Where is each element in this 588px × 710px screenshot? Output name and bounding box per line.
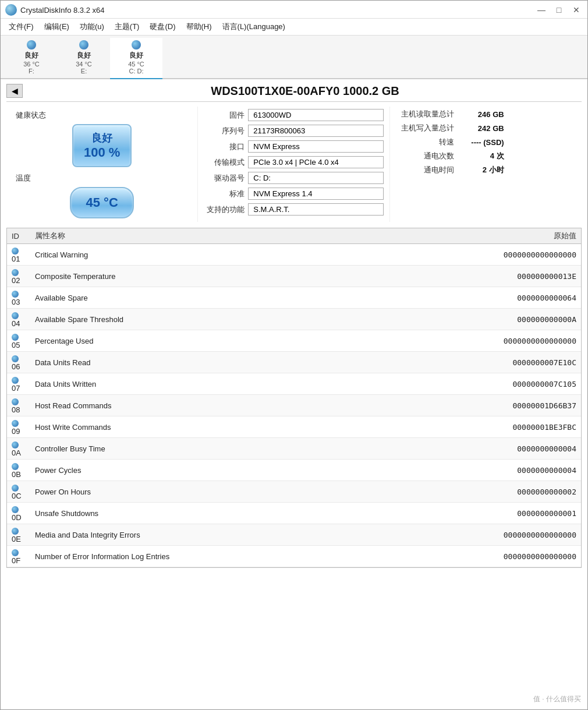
menu-help[interactable]: 帮助(H) xyxy=(182,20,217,34)
features-row: 支持的功能 S.M.A.R.T. xyxy=(204,203,383,216)
host-read-value: 246 GB xyxy=(458,110,504,119)
device-info-panel: 固件 613000WD 序列号 21173R800063 接口 NVM Expr… xyxy=(198,107,389,222)
host-write-value: 242 GB xyxy=(458,124,504,133)
menu-function[interactable]: 功能(u) xyxy=(75,20,109,34)
smart-id: 02 xyxy=(7,266,30,287)
rotation-row: 转速 ---- (SSD) xyxy=(396,137,576,147)
col-name: 属性名称 xyxy=(30,228,381,244)
status-dot xyxy=(12,398,19,405)
app-icon xyxy=(5,4,17,16)
col-raw: 原始值 xyxy=(381,228,581,244)
status-dot xyxy=(12,355,19,362)
smart-attr-name: Media and Data Integrity Errors xyxy=(30,524,381,546)
smart-raw-value: 0000000007C105 xyxy=(381,373,581,395)
status-dot xyxy=(12,528,19,535)
smart-table-row: 0AController Busy Time0000000000004 xyxy=(7,438,581,460)
status-dot xyxy=(12,506,19,513)
smart-raw-value: 000000000013E xyxy=(381,266,581,287)
status-dot xyxy=(12,312,19,319)
drive-tab-1[interactable]: 良好 34 °C E: xyxy=(58,38,110,79)
smart-attr-name: Data Units Written xyxy=(30,373,381,395)
power-on-hours-value: 2 小时 xyxy=(458,165,504,175)
window-controls: — □ ✕ xyxy=(535,5,583,15)
status-dot xyxy=(12,334,19,341)
host-write-label: 主机写入量总计 xyxy=(396,123,454,133)
info-grid: 健康状态 良好 100 % 温度 45 °C 固件 613000WD 序列号 xyxy=(6,107,582,222)
temp-label: 温度 xyxy=(16,173,31,183)
smart-raw-value: 000000000000A xyxy=(381,309,581,330)
menu-file[interactable]: 文件(F) xyxy=(4,20,38,34)
status-dot xyxy=(12,420,19,427)
standard-row: 标准 NVM Express 1.4 xyxy=(204,188,383,200)
drive-letter-row: 驱动器号 C: D: xyxy=(204,172,383,184)
host-write-row: 主机写入量总计 242 GB xyxy=(396,123,576,133)
smart-table-row: 04Available Spare Threshold000000000000A xyxy=(7,309,581,330)
smart-id: 0E xyxy=(7,524,30,546)
smart-raw-value: 0000000000000000 xyxy=(381,244,581,266)
smart-attr-name: Available Spare xyxy=(30,287,381,309)
smart-attr-name: Number of Error Information Log Entries xyxy=(30,546,381,567)
health-text: 良好 xyxy=(84,131,120,145)
health-percent: 100 % xyxy=(84,145,120,160)
status-dot xyxy=(12,377,19,384)
status-dot xyxy=(12,463,19,470)
smart-table-row: 09Host Write Commands00000001BE3FBC xyxy=(7,416,581,438)
menu-disk[interactable]: 硬盘(D) xyxy=(145,20,180,34)
smart-table-body: 01Critical Warning000000000000000002Comp… xyxy=(7,244,581,567)
smart-attr-name: Percentage Used xyxy=(30,330,381,352)
power-count-row: 通电次数 4 次 xyxy=(396,151,576,161)
prev-drive-button[interactable]: ◀ xyxy=(6,84,23,98)
serial-value: 21173R800063 xyxy=(248,125,383,137)
smart-table-header: ID 属性名称 原始值 xyxy=(7,228,581,244)
power-on-count-label: 通电次数 xyxy=(396,151,454,161)
drive-tab-0[interactable]: 良好 36 °C F: xyxy=(5,38,58,79)
menu-language[interactable]: 语言(L)(Language) xyxy=(218,20,290,34)
smart-table-row: 06Data Units Read0000000007E10C xyxy=(7,352,581,373)
drive-tab-letter-1: E: xyxy=(81,68,87,75)
drive-tab-2[interactable]: 良好 45 °C C: D: xyxy=(110,38,162,79)
smart-raw-value: 0000000000000000 xyxy=(381,330,581,352)
col-id: ID xyxy=(7,228,30,244)
status-dot xyxy=(12,441,19,448)
status-dot xyxy=(12,485,19,492)
interface-value: NVM Express xyxy=(248,140,383,153)
titlebar: CrystalDiskInfo 8.3.2 x64 — □ ✕ xyxy=(1,1,587,19)
status-dot xyxy=(12,291,19,298)
drive-tab-temp-0: 36 °C xyxy=(23,61,40,68)
maximize-button[interactable]: □ xyxy=(552,5,565,15)
menubar: 文件(F) 编辑(E) 功能(u) 主题(T) 硬盘(D) 帮助(H) 语言(L… xyxy=(1,19,587,36)
smart-attr-name: Controller Busy Time xyxy=(30,438,381,460)
main-window: CrystalDiskInfo 8.3.2 x64 — □ ✕ 文件(F) 编辑… xyxy=(0,0,588,710)
device-title: WDS100T1X0E-00AFY0 1000.2 GB xyxy=(29,84,582,98)
smart-id: 0B xyxy=(7,460,30,481)
smart-raw-value: 0000000000000000 xyxy=(381,524,581,546)
host-read-label: 主机读取量总计 xyxy=(396,109,454,119)
smart-attr-name: Composite Temperature xyxy=(30,266,381,287)
smart-raw-value: 0000000007E10C xyxy=(381,352,581,373)
menu-edit[interactable]: 编辑(E) xyxy=(40,20,74,34)
features-label: 支持的功能 xyxy=(204,204,245,215)
smart-table-row: 0FNumber of Error Information Log Entrie… xyxy=(7,546,581,567)
close-button[interactable]: ✕ xyxy=(570,5,583,15)
drive-icon-2 xyxy=(132,40,141,50)
minimize-button[interactable]: — xyxy=(535,5,548,15)
smart-table-row: 0CPower On Hours0000000000002 xyxy=(7,481,581,503)
watermark: 值 · 什么值得买 xyxy=(533,694,581,704)
drive-letter-label: 驱动器号 xyxy=(204,173,245,183)
smart-id: 07 xyxy=(7,373,30,395)
health-label: 健康状态 xyxy=(16,110,46,121)
drive-letter-value: C: D: xyxy=(248,172,383,184)
smart-raw-value: 00000001BE3FBC xyxy=(381,416,581,438)
smart-table-row: 0BPower Cycles0000000000004 xyxy=(7,460,581,481)
features-value: S.M.A.R.T. xyxy=(248,203,383,216)
drive-tabs: 良好 36 °C F: 良好 34 °C E: 良好 45 °C C: D: xyxy=(1,36,587,79)
serial-label: 序列号 xyxy=(204,126,245,136)
menu-theme[interactable]: 主题(T) xyxy=(110,20,144,34)
smart-id: 0C xyxy=(7,481,30,503)
temp-badge: 45 °C xyxy=(70,187,134,218)
smart-table-row: 03Available Spare0000000000064 xyxy=(7,287,581,309)
smart-table-row: 0EMedia and Data Integrity Errors0000000… xyxy=(7,524,581,546)
power-on-hours-label: 通电时间 xyxy=(396,165,454,175)
drive-tab-status-2: 良好 xyxy=(129,51,143,61)
drive-icon-1 xyxy=(79,40,88,50)
